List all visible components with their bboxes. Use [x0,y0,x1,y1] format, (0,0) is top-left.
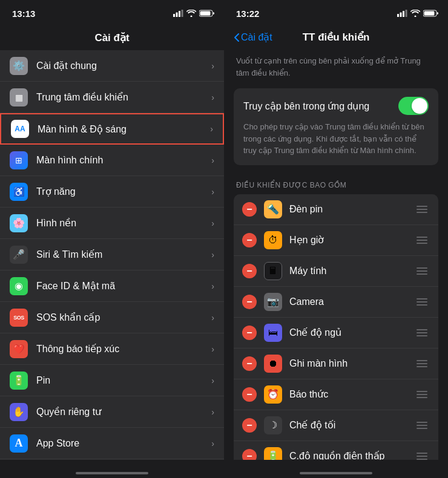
settings-item-passwords[interactable]: 🔑 Mật khẩu › [0,459,224,460]
minus-btn-camera[interactable]: − [242,295,257,309]
ctrl-label-low-power: C.độ nguồn điện thấp [289,450,414,460]
settings-item-battery[interactable]: 🔋 Pin › [0,365,224,396]
label-home-screen: Màn hình chính [36,155,211,166]
control-item-camera[interactable]: − 📷 Camera [234,287,438,318]
control-item-low-power[interactable]: − 🔋 C.độ nguồn điện thấp [234,441,438,460]
settings-item-general[interactable]: ⚙️ Cài đặt chung › [0,50,224,82]
ctrl-label-sleep: Chế độ ngủ [289,327,414,338]
settings-item-privacy[interactable]: ✋ Quyền riêng tư › [0,396,224,428]
label-privacy: Quyền riêng tư [36,406,211,417]
drag-handle-timer[interactable] [414,234,430,246]
ctrl-label-flashlight: Đèn pin [289,204,414,215]
right-home-bar [300,472,372,474]
minus-btn-dark-mode[interactable]: − [242,418,257,433]
label-general: Cài đặt chung [36,60,211,71]
ctrl-icon-dark-mode: ☽ [264,416,282,434]
ctrl-icon-alarm: ⏰ [264,385,282,404]
back-label: Cài đặt [241,31,272,43]
right-battery-icon [423,10,438,17]
settings-item-home-screen[interactable]: ⊞ Màn hình chính › [0,145,224,176]
minus-btn-sleep[interactable]: − [242,326,257,340]
chevron-left-icon [234,33,240,42]
drag-handle-flashlight[interactable] [414,203,430,215]
left-status-bar: 13:13 [0,0,224,27]
drag-handle-low-power[interactable] [414,450,430,460]
chevron-control-center: › [211,93,214,102]
minus-btn-low-power[interactable]: − [242,449,257,460]
minus-btn-calculator[interactable]: − [242,264,257,278]
drag-handle-camera[interactable] [414,296,430,308]
access-toggle[interactable] [398,97,429,115]
settings-item-appstore[interactable]: A App Store › [0,428,224,459]
wifi-icon [186,10,196,17]
drag-handle-dark-mode[interactable] [414,419,430,431]
drag-handle-calculator[interactable] [414,265,430,277]
icon-exposure: ❤️ [10,340,28,358]
drag-handle-sleep[interactable] [414,327,430,339]
chevron-exposure: › [211,344,214,354]
icon-battery: 🔋 [10,372,28,390]
label-wallpaper: Hình nền [36,217,211,229]
control-item-screen-record[interactable]: − ⏺ Ghi màn hình [234,349,438,379]
settings-item-wallpaper[interactable]: 🌸 Hình nền › [0,208,224,239]
control-list: − 🔦 Đèn pin − ⏱ Hẹn giờ − 🖩 Máy tính − 📷… [234,194,438,460]
left-panel: 13:13 Cài đặt ⚙️ C [0,0,224,478]
control-item-dark-mode[interactable]: − ☽ Chế độ tối [234,410,438,441]
icon-wallpaper: 🌸 [10,214,28,232]
info-text: Vuốt từ cạnh trên cùng bên phải xuống để… [224,49,448,88]
control-item-sleep[interactable]: − 🛏 Chế độ ngủ [234,318,438,349]
right-nav: Cài đặt TT điều khiển [224,27,448,49]
access-row: Truy cập bên trong ứng dụng [243,97,429,115]
right-signal-icon [397,10,407,17]
chevron-sos: › [211,313,214,322]
controls-section-header: ĐIỀU KHIỂN ĐƯỢC BAO GỒM [224,177,448,194]
icon-privacy: ✋ [10,403,28,421]
label-exposure: Thông báo tiếp xúc [36,343,211,355]
minus-btn-timer[interactable]: − [242,233,257,247]
access-label: Truy cập bên trong ứng dụng [243,100,398,112]
control-item-timer[interactable]: − ⏱ Hẹn giờ [234,225,438,256]
svg-rect-7 [400,13,402,18]
right-status-bar: 13:22 [224,0,448,27]
minus-btn-screen-record[interactable]: − [242,356,257,371]
minus-btn-flashlight[interactable]: − [242,202,257,217]
chevron-accessibility: › [211,187,214,197]
settings-list: ⚙️ Cài đặt chung › ▦ Trung tâm điều khiể… [0,50,224,460]
settings-item-control-center[interactable]: ▦ Trung tâm điều khiển › [0,82,224,113]
left-time: 13:13 [12,8,35,19]
right-nav-title: TT điều khiển [303,31,370,44]
ctrl-icon-low-power: 🔋 [264,447,282,460]
settings-item-accessibility[interactable]: ♿ Trợ năng › [0,176,224,208]
svg-rect-2 [179,11,180,17]
icon-accessibility: ♿ [10,183,28,201]
label-appstore: App Store [36,438,211,449]
chevron-general: › [211,61,214,71]
chevron-face-id: › [211,281,214,291]
settings-item-sos[interactable]: SOS SOS khẩn cấp › [0,302,224,333]
minus-btn-alarm[interactable]: − [242,387,257,402]
drag-handle-screen-record[interactable] [414,358,430,370]
svg-rect-6 [397,14,399,17]
settings-item-display[interactable]: AA Màn hình & Độ sáng › [0,113,224,145]
svg-rect-9 [406,10,407,17]
label-accessibility: Trợ năng [36,186,211,197]
chevron-appstore: › [211,439,214,448]
settings-item-exposure[interactable]: ❤️ Thông báo tiếp xúc › [0,333,224,365]
settings-item-siri[interactable]: 🎤 Siri & Tìm kiếm › [0,239,224,270]
label-display: Màn hình & Độ sáng [38,123,210,135]
chevron-privacy: › [211,407,214,417]
right-wifi-icon [410,10,420,17]
svg-rect-5 [200,11,211,16]
svg-rect-11 [424,11,435,16]
ctrl-icon-timer: ⏱ [264,231,282,249]
back-button[interactable]: Cài đặt [234,31,272,43]
chevron-display: › [210,124,213,134]
control-item-alarm[interactable]: − ⏰ Báo thức [234,379,438,410]
left-nav-title: Cài đặt [0,27,224,50]
settings-item-face-id[interactable]: ◉ Face ID & Mật mã › [0,270,224,302]
drag-handle-alarm[interactable] [414,388,430,401]
control-item-flashlight[interactable]: − 🔦 Đèn pin [234,194,438,225]
chevron-battery: › [211,376,214,385]
control-item-calculator[interactable]: − 🖩 Máy tính [234,256,438,287]
svg-rect-8 [403,11,404,17]
